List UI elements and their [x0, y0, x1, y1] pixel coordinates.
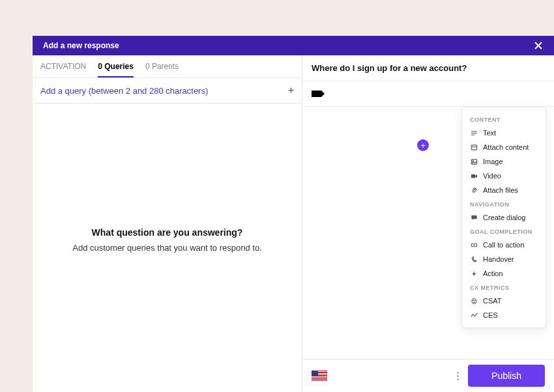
menu-item-ces[interactable]: CES — [462, 308, 546, 322]
menu-item-video-label: Video — [483, 172, 501, 180]
publish-button[interactable]: Publish — [468, 365, 545, 387]
menu-item-csat-label: CSAT — [483, 297, 502, 305]
add-query-row[interactable]: Add a query (between 2 and 280 character… — [33, 78, 302, 104]
query-placeholder: Add a query (between 2 and 280 character… — [40, 86, 208, 96]
csat-icon — [470, 297, 478, 305]
block-type-menu: CONTENT Text Attach content — [461, 107, 546, 328]
svg-point-7 — [473, 300, 473, 301]
tab-activation[interactable]: ACTIVATION — [40, 62, 86, 77]
footer: Publish — [302, 359, 554, 392]
svg-rect-3 — [471, 174, 474, 178]
menu-item-attach-content-label: Attach content — [483, 143, 529, 151]
image-icon — [470, 158, 478, 165]
menu-item-image-label: Image — [483, 158, 503, 165]
tab-queries[interactable]: 0 Queries — [98, 62, 134, 77]
more-menu-button[interactable] — [454, 369, 461, 383]
menu-item-create-dialog[interactable]: Create dialog — [462, 210, 546, 225]
close-icon — [533, 40, 544, 51]
menu-item-cta[interactable]: Call to action — [462, 238, 546, 252]
attach-content-icon — [470, 143, 478, 151]
menu-item-image[interactable]: Image — [462, 154, 546, 169]
menu-item-ces-label: CES — [483, 311, 498, 319]
menu-item-text-label: Text — [483, 129, 496, 137]
menu-item-csat[interactable]: CSAT — [462, 294, 546, 308]
menu-item-handover[interactable]: Handover — [462, 252, 546, 266]
svg-rect-0 — [471, 145, 476, 149]
answer-block-row — [302, 81, 554, 107]
menu-section-cx: CX METRICS — [462, 281, 546, 294]
right-pane: Where do I sign up for a new account? + … — [302, 55, 554, 392]
locale-flag-us[interactable] — [312, 371, 327, 381]
answer-title: Where do I sign up for a new account? — [302, 55, 554, 81]
menu-item-cta-label: Call to action — [483, 241, 525, 249]
svg-point-6 — [471, 298, 476, 303]
add-block-button[interactable]: + — [417, 139, 429, 151]
menu-item-video[interactable]: Video — [462, 169, 546, 183]
menu-section-content: CONTENT — [462, 113, 546, 126]
svg-point-8 — [474, 300, 475, 301]
menu-item-create-dialog-label: Create dialog — [483, 214, 525, 221]
empty-state: What question are you answering? Add cus… — [33, 104, 302, 392]
menu-item-handover-label: Handover — [483, 255, 514, 263]
left-pane: ACTIVATION 0 Queries 0 Parents Add a que… — [33, 55, 302, 392]
svg-point-2 — [472, 160, 473, 161]
plus-icon: + — [420, 141, 426, 150]
menu-item-attach-files[interactable]: Attach files — [462, 183, 546, 197]
menu-section-navigation: NAVIGATION — [462, 197, 546, 210]
modal-header: Add a new response — [33, 36, 554, 55]
tabs: ACTIVATION 0 Queries 0 Parents — [33, 55, 302, 78]
tab-parents[interactable]: 0 Parents — [145, 62, 179, 77]
handover-icon — [470, 255, 478, 263]
svg-rect-4 — [471, 215, 476, 219]
video-icon — [470, 172, 478, 180]
menu-item-action-label: Action — [483, 270, 503, 277]
paperclip-icon — [470, 186, 478, 194]
cta-icon — [470, 241, 478, 249]
close-button[interactable] — [533, 40, 544, 51]
menu-item-action[interactable]: Action — [462, 266, 546, 281]
menu-item-attach-content[interactable]: Attach content — [462, 140, 546, 154]
menu-item-attach-files-label: Attach files — [483, 186, 518, 194]
empty-title: What question are you answering? — [92, 227, 243, 238]
modal-body: ACTIVATION 0 Queries 0 Parents Add a que… — [33, 55, 554, 392]
add-response-modal: Add a new response ACTIVATION 0 Queries … — [33, 36, 554, 392]
menu-item-text[interactable]: Text — [462, 126, 546, 140]
modal-title: Add a new response — [43, 41, 119, 50]
empty-subtitle: Add customer queries that you want to re… — [72, 243, 262, 253]
dialog-icon — [470, 214, 478, 221]
arrow-tag-icon[interactable] — [312, 91, 325, 97]
action-icon — [470, 270, 478, 277]
text-icon — [470, 129, 478, 137]
ces-icon — [470, 311, 478, 319]
menu-section-goal: GOAL COMPLETION — [462, 225, 546, 238]
add-query-button[interactable]: + — [288, 85, 294, 96]
answer-canvas: + CONTENT Text Attach content — [302, 107, 554, 359]
